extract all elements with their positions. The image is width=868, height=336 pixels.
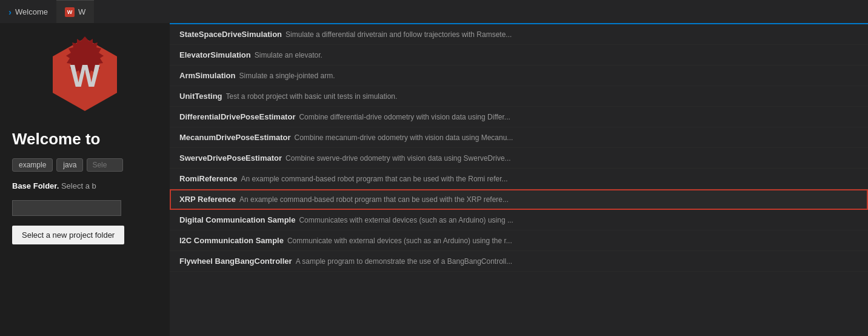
dropdown-item[interactable]: I2C Communication SampleCommunicate with… (170, 230, 868, 251)
item-desc: Test a robot project with basic unit tes… (226, 92, 398, 101)
dropdown-item[interactable]: XRP ReferenceAn example command-based ro… (170, 189, 868, 210)
item-desc: A sample program to demonstrate the use … (296, 257, 513, 266)
item-desc: Combine swerve-drive odometry with visio… (285, 154, 510, 163)
vscode-tab-label: Welcome (15, 7, 48, 16)
base-folder-section: Base Folder. Select a b (12, 181, 158, 190)
item-name: DifferentialDrivePoseEstimator (179, 112, 295, 121)
item-desc: Communicates with external devices (such… (299, 216, 513, 224)
welcome-title: Welcome to (12, 130, 158, 149)
wpilib-tab[interactable]: W W (56, 0, 94, 23)
dropdown-item[interactable]: ArmSimulationSimulate a single-jointed a… (170, 66, 868, 86)
item-desc: An example command-based robot program t… (239, 195, 509, 204)
select-folder-button[interactable]: Select a new project folder (12, 226, 124, 244)
item-desc: Combine differential-drive odometry with… (299, 113, 510, 121)
item-desc: Combine mecanum-drive odometry with visi… (295, 133, 513, 142)
item-desc: Communicate with external devices (such … (287, 237, 512, 245)
item-name: RomiReference (179, 174, 237, 183)
base-folder-label: Base Folder. Select a b (12, 181, 158, 190)
filter-search-input[interactable] (87, 158, 123, 172)
filter-row: example java (12, 158, 158, 172)
dropdown-item[interactable]: RomiReferenceAn example command-based ro… (170, 169, 868, 189)
dropdown-panel[interactable]: StateSpaceDriveSimulationSimulate a diff… (170, 23, 868, 336)
main-content: W Welcome to example java Base Folder. S… (0, 23, 868, 336)
item-name: ArmSimulation (179, 71, 235, 80)
left-panel: W Welcome to example java Base Folder. S… (0, 23, 170, 336)
item-desc: Simulate an elevator. (255, 51, 322, 59)
item-name: ElevatorSimulation (179, 50, 251, 59)
title-bar: › Welcome W W (0, 0, 868, 23)
item-name: I2C Communication Sample (179, 236, 284, 245)
vscode-icon: › (8, 7, 12, 17)
item-desc: Simulate a single-jointed arm. (239, 72, 335, 80)
wpilib-logo: W (45, 35, 124, 114)
wpilib-tab-label: W (78, 7, 85, 16)
filter-example[interactable]: example (12, 158, 53, 172)
dropdown-item[interactable]: MecanumDrivePoseEstimatorCombine mecanum… (170, 127, 868, 148)
item-name: Digital Communication Sample (179, 215, 295, 224)
filter-java[interactable]: java (56, 158, 83, 172)
dropdown-item[interactable]: UnitTestingTest a robot project with bas… (170, 86, 868, 107)
item-desc: Simulate a differential drivetrain and f… (285, 30, 512, 39)
svg-text:W: W (70, 58, 100, 93)
dropdown-item[interactable]: ElevatorSimulationSimulate an elevator. (170, 45, 868, 66)
item-desc: An example command-based robot program t… (241, 175, 507, 183)
wpilib-icon-letter: W (67, 9, 73, 15)
dropdown-item[interactable]: SwerveDrivePoseEstimatorCombine swerve-d… (170, 148, 868, 169)
vscode-tab[interactable]: › Welcome (0, 0, 56, 23)
item-name: XRP Reference (179, 195, 236, 204)
wpilib-tab-icon: W (65, 7, 75, 17)
dropdown-item[interactable]: Digital Communication SampleCommunicates… (170, 210, 868, 230)
item-name: SwerveDrivePoseEstimator (179, 153, 282, 163)
folder-path-input[interactable] (12, 200, 121, 216)
item-name: MecanumDrivePoseEstimator (179, 133, 291, 142)
dropdown-item[interactable]: Flywheel BangBangControllerA sample prog… (170, 251, 868, 272)
dropdown-item[interactable]: DifferentialDrivePoseEstimatorCombine di… (170, 107, 868, 127)
item-name: StateSpaceDriveSimulation (179, 30, 282, 39)
item-name: UnitTesting (179, 92, 222, 101)
item-name: Flywheel BangBangController (179, 257, 292, 266)
dropdown-item[interactable]: StateSpaceDriveSimulationSimulate a diff… (170, 24, 868, 45)
